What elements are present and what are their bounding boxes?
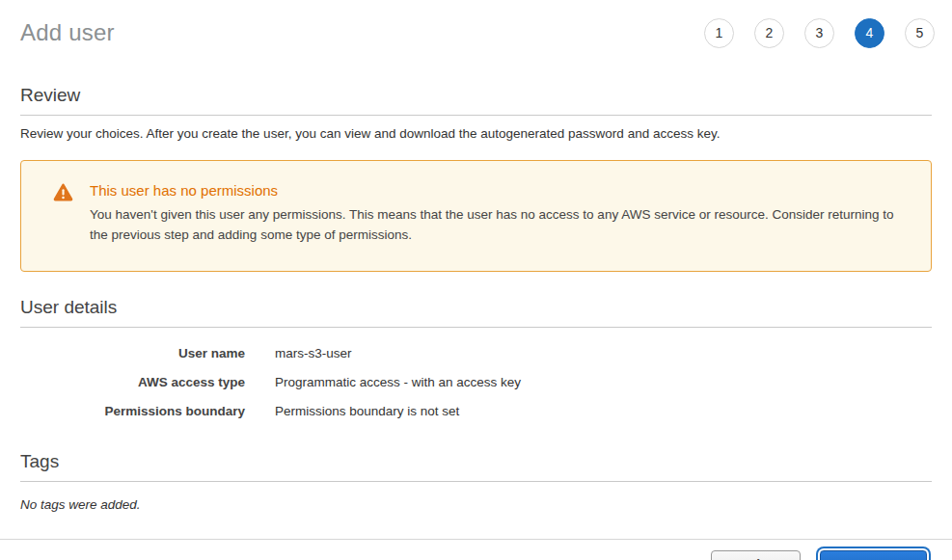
wizard-step-indicator: 1 2 3 4 5 — [704, 18, 935, 48]
detail-row-user-name: User name mars-s3-user — [20, 339, 932, 368]
detail-row-access-type: AWS access type Programmatic access - wi… — [20, 368, 932, 397]
tags-heading: Tags — [20, 451, 932, 482]
detail-value: mars-s3-user — [275, 346, 352, 360]
wizard-step-3[interactable]: 3 — [804, 18, 834, 48]
review-section: Review Review your choices. After you cr… — [20, 85, 932, 272]
wizard-footer: Cancel Previous Create user — [0, 539, 952, 560]
detail-row-permissions-boundary: Permissions boundary Permissions boundar… — [20, 397, 932, 426]
previous-button[interactable]: Previous — [711, 550, 801, 560]
detail-label: AWS access type — [20, 375, 245, 389]
review-heading: Review — [20, 85, 932, 116]
user-details-heading: User details — [20, 297, 932, 328]
wizard-step-4-active[interactable]: 4 — [855, 18, 884, 48]
wizard-step-5[interactable]: 5 — [905, 18, 935, 48]
detail-label: User name — [20, 346, 245, 360]
warning-title: This user has no permissions — [90, 182, 904, 199]
review-description: Review your choices. After you create th… — [20, 126, 932, 141]
create-user-button[interactable]: Create user — [820, 550, 927, 560]
warning-body: You haven't given this user any permissi… — [90, 204, 904, 245]
tags-empty-message: No tags were added. — [20, 497, 932, 512]
wizard-step-2[interactable]: 2 — [754, 18, 784, 48]
page-title: Add user — [20, 19, 115, 46]
warning-triangle-icon — [53, 183, 73, 205]
detail-label: Permissions boundary — [20, 404, 245, 418]
page-header: Add user 1 2 3 4 5 — [0, 0, 952, 66]
add-user-wizard-page: Add user 1 2 3 4 5 Review Review your ch… — [0, 0, 952, 560]
warning-content: This user has no permissions You haven't… — [90, 182, 904, 245]
tags-section: Tags No tags were added. — [20, 451, 932, 512]
wizard-step-1[interactable]: 1 — [704, 18, 734, 48]
detail-value: Programmatic access - with an access key — [275, 375, 521, 389]
wizard-content: Review Review your choices. After you cr… — [0, 85, 952, 512]
no-permissions-warning-box: This user has no permissions You haven't… — [20, 160, 932, 272]
user-details-section: User details User name mars-s3-user AWS … — [20, 297, 932, 426]
detail-value: Permissions boundary is not set — [275, 404, 459, 418]
user-details-rows: User name mars-s3-user AWS access type P… — [20, 339, 932, 426]
